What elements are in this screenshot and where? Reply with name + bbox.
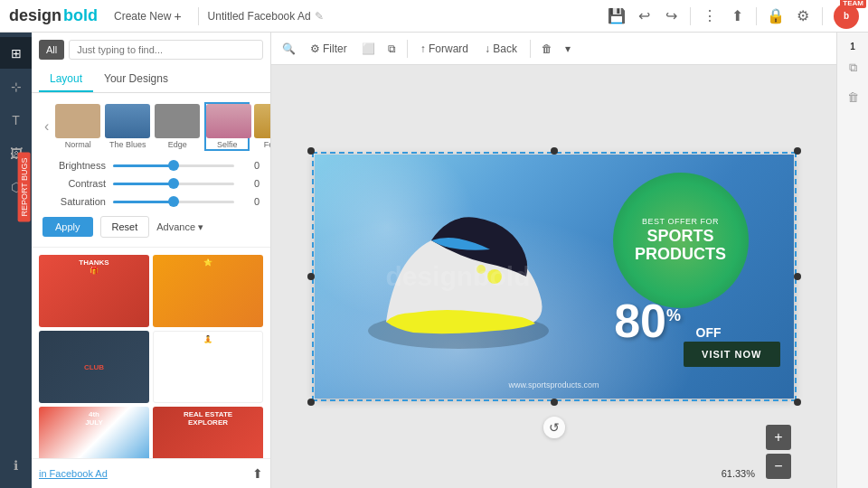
off-text: OFF [696, 325, 722, 340]
separator [530, 40, 531, 58]
redo-icon[interactable]: ↪ [663, 8, 679, 24]
avatar[interactable]: b TEAM [834, 4, 859, 29]
delete-page-icon[interactable]: 🗑 [840, 84, 865, 109]
search-all-button[interactable]: All [39, 40, 64, 60]
crop-button[interactable]: ⬜ [358, 39, 379, 59]
brightness-value: 0 [241, 160, 259, 171]
handle-top-left[interactable] [307, 147, 315, 155]
zoom-out-button[interactable]: − [766, 454, 791, 479]
template-item[interactable]: 4thJULY [39, 407, 149, 458]
separator [407, 40, 408, 58]
sidebar-search: All [32, 33, 270, 67]
topbar: designbold Create New + Untitled Faceboo… [0, 0, 868, 33]
handle-bottom-middle[interactable] [551, 399, 558, 406]
create-new-button[interactable]: Create New + [107, 5, 189, 27]
lock-icon[interactable]: 🔒 [768, 8, 784, 24]
filter-selfie[interactable]: Selfie [204, 102, 250, 151]
logo: designbold [9, 6, 98, 25]
template-item[interactable]: THANKS🎁 [39, 255, 149, 327]
undo-icon[interactable]: ↩ [636, 8, 652, 24]
more-button[interactable]: ▾ [561, 39, 574, 59]
filter-blues[interactable]: The Blues [105, 104, 150, 149]
upload-icon[interactable]: ⬆ [729, 8, 745, 24]
filter-edge[interactable]: Edge [155, 104, 200, 149]
rotate-hint[interactable]: ↺ [543, 417, 565, 438]
in-facebook-ad-link[interactable]: in Facebook Ad [39, 468, 108, 479]
saturation-slider[interactable] [113, 201, 234, 203]
duplicate-button[interactable]: ⧉ [384, 39, 400, 59]
file-name: Untitled Facebook Ad ✎ [208, 10, 324, 23]
upload-bottom-icon[interactable]: ⬆ [252, 466, 263, 481]
tab-your-designs[interactable]: Your Designs [93, 67, 179, 92]
zoom-in-button[interactable]: + [766, 425, 791, 450]
template-item[interactable]: 🧘 [153, 331, 263, 403]
share-icon[interactable]: ⋮ [702, 8, 718, 24]
saturation-row: Saturation 0 [42, 196, 259, 207]
handle-middle-right[interactable] [794, 273, 801, 280]
brightness-label: Brightness [42, 160, 106, 171]
tab-layout[interactable]: Layout [39, 67, 93, 92]
save-icon[interactable]: 💾 [609, 8, 625, 24]
page-number: 1 [850, 42, 855, 52]
delete-button[interactable]: 🗑 [538, 39, 556, 59]
zoom-level: 61.33% [722, 468, 755, 479]
separator [822, 7, 823, 25]
canvas-toolbar: 🔍 ⚙ Filter ⬜ ⧉ ↑ Forward ↓ Back 🗑 ▾ [271, 33, 836, 65]
handle-middle-left[interactable] [307, 273, 315, 280]
report-bugs-label[interactable]: REPORT BUGS [17, 152, 30, 221]
brightness-row: Brightness 0 [42, 160, 259, 171]
info-icon[interactable]: ℹ [0, 449, 32, 481]
sports-text: SPORTS [646, 228, 713, 246]
canvas-wrapper: BEST OFFER FOR SPORTS PRODUCTS 80% OFF V… [271, 65, 836, 488]
template-grid: THANKS🎁 ⭐ CLUB 🧘 4thJULY REAL ESTATEEXPL… [32, 248, 270, 458]
canvas-area: 🔍 ⚙ Filter ⬜ ⧉ ↑ Forward ↓ Back 🗑 ▾ [271, 33, 836, 488]
contrast-slider[interactable] [113, 183, 234, 185]
green-circle: BEST OFFER FOR SPORTS PRODUCTS [613, 173, 749, 308]
filter-prev-button[interactable]: ‹ [42, 118, 51, 135]
contrast-value: 0 [241, 178, 259, 189]
canvas[interactable]: BEST OFFER FOR SPORTS PRODUCTS 80% OFF V… [315, 155, 794, 399]
shape-icon[interactable]: ⬡ REPORT BUGS [0, 171, 32, 202]
grid-icon[interactable]: ⊹ [0, 70, 32, 102]
copy-page-icon[interactable]: ⧉ [840, 55, 865, 80]
ad-canvas: BEST OFFER FOR SPORTS PRODUCTS 80% OFF V… [315, 155, 794, 399]
discount-area: 80% OFF [614, 297, 721, 344]
template-item[interactable]: REAL ESTATEEXPLORER [153, 407, 263, 458]
handle-top-right[interactable] [794, 147, 801, 155]
advance-button[interactable]: Advance ▾ [156, 221, 203, 233]
back-button[interactable]: ↓ Back [479, 40, 523, 58]
saturation-label: Saturation [42, 196, 106, 207]
filter-panel: ‹ Normal The Blues Edge Selfie [32, 93, 270, 248]
brightness-slider[interactable] [113, 164, 234, 167]
filter-canvas-button[interactable]: ⚙ Filter [305, 40, 353, 58]
handle-bottom-left[interactable] [307, 399, 315, 406]
right-panel: 1 ⧉ 🗑 [836, 33, 868, 488]
filter-festive[interactable]: Festive [254, 104, 271, 149]
reset-button[interactable]: Reset [100, 216, 150, 238]
apply-button[interactable]: Apply [42, 217, 93, 237]
filter-thumbnails: ‹ Normal The Blues Edge Selfie [42, 102, 259, 151]
left-panel: ⊞ ⊹ T 🖼 ⬡ REPORT BUGS ℹ [0, 33, 32, 488]
watermark: designbold [386, 261, 531, 292]
template-item[interactable]: CLUB [39, 331, 149, 403]
separator [690, 7, 691, 25]
website-text: www.sportsproducts.com [315, 380, 794, 389]
handle-top-middle[interactable] [551, 147, 558, 155]
filter-sliders: Brightness 0 Contrast 0 Satu [42, 160, 259, 207]
team-badge: TEAM [840, 0, 866, 8]
forward-button[interactable]: ↑ Forward [415, 40, 474, 58]
elements-icon[interactable]: ⊞ [0, 37, 32, 69]
text-icon[interactable]: T [0, 104, 32, 136]
discount-value: 80% [614, 295, 693, 347]
visit-now-button[interactable]: VISIT NOW [684, 342, 779, 367]
filter-actions: Apply Reset Advance ▾ [42, 216, 259, 238]
filter-normal[interactable]: Normal [55, 104, 100, 149]
settings-icon[interactable]: ⚙ [795, 8, 811, 24]
search-input[interactable] [69, 40, 263, 60]
template-item[interactable]: ⭐ [153, 255, 263, 327]
sidebar-bottom: in Facebook Ad ⬆ [32, 458, 270, 488]
handle-bottom-right[interactable] [794, 399, 801, 406]
sidebar: All Layout Your Designs ‹ Normal The Blu… [32, 33, 271, 488]
products-text: PRODUCTS [635, 246, 726, 264]
search-canvas-button[interactable]: 🔍 [278, 39, 299, 59]
